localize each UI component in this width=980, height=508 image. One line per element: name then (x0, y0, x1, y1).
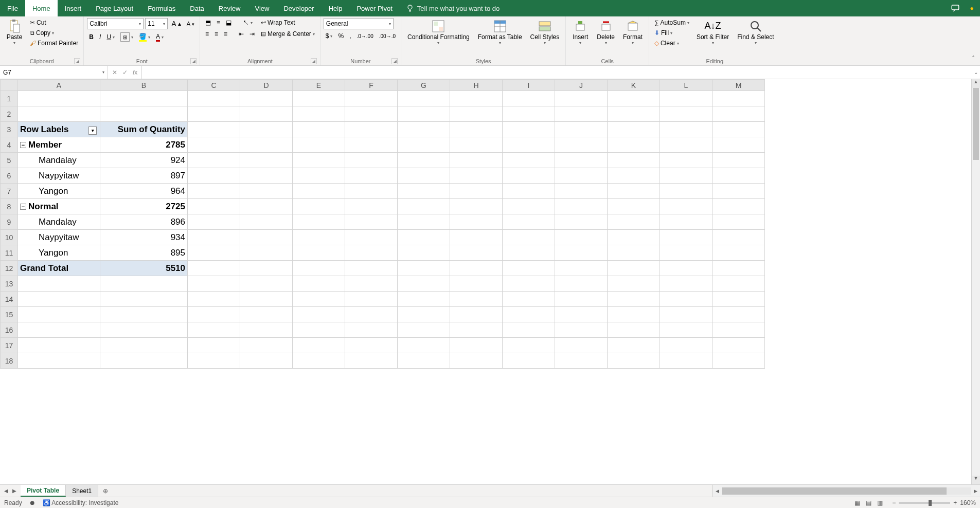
row-header[interactable]: 3 (1, 122, 18, 137)
cell[interactable] (345, 122, 398, 137)
page-break-view-button[interactable]: ▥ (875, 499, 885, 506)
scroll-up-arrow[interactable]: ▲ (972, 79, 980, 88)
cell-styles-button[interactable]: Cell Styles▾ (527, 18, 563, 47)
column-header-G[interactable]: G (398, 80, 450, 91)
decrease-indent-button[interactable]: ⇤ (237, 29, 246, 39)
ribbon-display-options-icon[interactable]: ● (964, 0, 980, 16)
cell[interactable] (240, 214, 293, 230)
ribbon-tab-formulas[interactable]: Formulas (140, 0, 183, 16)
cell[interactable] (712, 292, 765, 307)
cell[interactable] (555, 122, 608, 137)
page-layout-view-button[interactable]: ▤ (864, 499, 874, 506)
cell[interactable] (398, 338, 450, 353)
row-header[interactable]: 15 (1, 307, 18, 322)
cell[interactable] (660, 307, 712, 322)
cell[interactable] (100, 338, 188, 353)
column-header-E[interactable]: E (293, 80, 345, 91)
cell[interactable] (188, 353, 240, 369)
row-header[interactable]: 6 (1, 168, 18, 184)
cell[interactable] (188, 153, 240, 168)
cell[interactable] (398, 137, 450, 153)
cell[interactable] (503, 307, 555, 322)
row-header[interactable]: 4 (1, 137, 18, 153)
cell[interactable] (293, 245, 345, 261)
zoom-in-button[interactable]: + (953, 499, 957, 506)
cell[interactable] (188, 137, 240, 153)
cell[interactable] (450, 91, 503, 106)
cell[interactable] (345, 353, 398, 369)
cell[interactable] (293, 184, 345, 199)
cell[interactable]: Grand Total (18, 261, 100, 276)
cell[interactable] (345, 276, 398, 292)
cell[interactable] (240, 276, 293, 292)
cell[interactable] (660, 292, 712, 307)
sheet-tab-sheet1[interactable]: Sheet1 (66, 485, 98, 497)
tab-scroll-right-button[interactable]: ▶ (12, 488, 16, 494)
cell[interactable] (188, 322, 240, 338)
cell[interactable] (503, 106, 555, 122)
cell[interactable] (398, 153, 450, 168)
align-middle-button[interactable]: ≡ (215, 18, 222, 27)
column-header-F[interactable]: F (345, 80, 398, 91)
name-box[interactable]: ▾ (0, 66, 108, 79)
clear-button[interactable]: ◇Clear▾ (652, 39, 691, 48)
scroll-left-arrow[interactable]: ◀ (713, 488, 722, 494)
normal-view-button[interactable]: ▦ (852, 499, 862, 506)
cell[interactable] (100, 322, 188, 338)
select-all-corner[interactable] (1, 80, 18, 91)
tab-scroll-left-button[interactable]: ◀ (4, 488, 8, 494)
cell[interactable] (555, 91, 608, 106)
cell[interactable]: 5510 (100, 261, 188, 276)
cell[interactable] (555, 214, 608, 230)
column-header-J[interactable]: J (555, 80, 608, 91)
cell[interactable] (555, 230, 608, 245)
ribbon-tab-data[interactable]: Data (183, 0, 211, 16)
cell[interactable] (555, 199, 608, 214)
formula-input[interactable]: ⌄ (142, 66, 980, 79)
cell[interactable] (293, 322, 345, 338)
cell[interactable] (345, 292, 398, 307)
italic-button[interactable]: I (97, 32, 103, 42)
cell[interactable] (450, 184, 503, 199)
ribbon-tab-page-layout[interactable]: Page Layout (88, 0, 140, 16)
cell[interactable]: Naypyitaw (18, 168, 100, 184)
cell[interactable] (398, 106, 450, 122)
cell[interactable] (100, 276, 188, 292)
ribbon-tab-file[interactable]: File (0, 0, 25, 16)
cell[interactable] (18, 106, 100, 122)
row-header[interactable]: 1 (1, 91, 18, 106)
pivot-collapse-button[interactable]: − (20, 142, 26, 148)
cell[interactable] (345, 322, 398, 338)
cell[interactable]: Row Labels▾ (18, 122, 100, 137)
cell[interactable]: −Member (18, 137, 100, 153)
cell[interactable] (345, 199, 398, 214)
number-dialog-launcher[interactable]: ◢ (391, 58, 398, 64)
cell[interactable] (608, 199, 660, 214)
row-header[interactable]: 17 (1, 338, 18, 353)
cell[interactable] (188, 261, 240, 276)
cell[interactable] (450, 137, 503, 153)
cell[interactable] (608, 214, 660, 230)
row-header[interactable]: 8 (1, 199, 18, 214)
cell[interactable] (660, 106, 712, 122)
row-header[interactable]: 11 (1, 245, 18, 261)
clipboard-dialog-launcher[interactable]: ◢ (74, 58, 80, 64)
cell[interactable] (188, 245, 240, 261)
cell[interactable] (503, 153, 555, 168)
cell[interactable] (555, 153, 608, 168)
cell[interactable]: 896 (100, 214, 188, 230)
cell[interactable] (712, 353, 765, 369)
cell[interactable] (503, 214, 555, 230)
cell[interactable] (660, 245, 712, 261)
sheet-tab-pivot-table[interactable]: Pivot Table (21, 485, 66, 497)
cell[interactable] (503, 122, 555, 137)
align-right-button[interactable]: ≡ (222, 29, 229, 39)
cell[interactable] (188, 276, 240, 292)
merge-center-button[interactable]: ⊟Merge & Center▾ (259, 29, 317, 39)
cell[interactable] (398, 276, 450, 292)
cell[interactable] (240, 137, 293, 153)
cell[interactable] (712, 199, 765, 214)
cell[interactable] (188, 91, 240, 106)
cell[interactable]: Sum of Quantity (100, 122, 188, 137)
cell[interactable] (188, 168, 240, 184)
